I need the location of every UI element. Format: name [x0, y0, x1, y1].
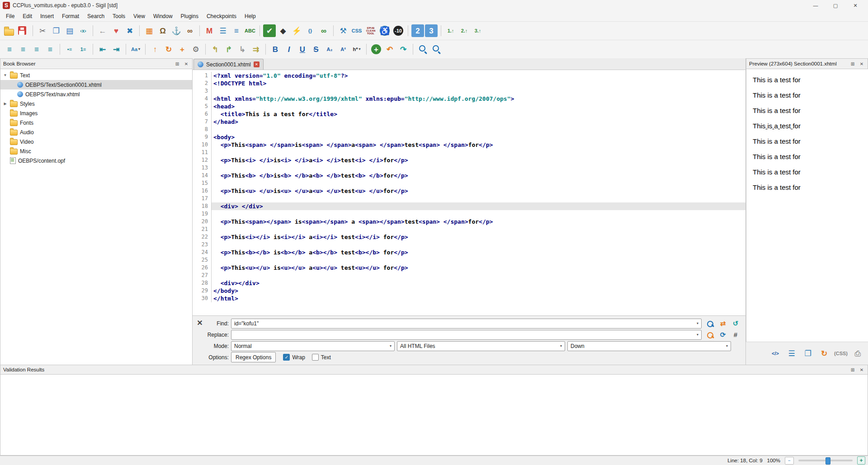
tree-item[interactable]: OEBPS/Text/Section0001.xhtml: [0, 80, 192, 89]
code-line[interactable]: 15: [193, 179, 745, 187]
replace-next-button[interactable]: [704, 330, 716, 340]
minimize-button[interactable]: —: [806, 0, 826, 10]
menu-window[interactable]: Window: [149, 12, 177, 21]
code-line[interactable]: 21: [193, 225, 745, 233]
text-checkbox[interactable]: [312, 354, 319, 361]
wrap-checkbox[interactable]: ✓: [283, 354, 290, 361]
code-line[interactable]: 23: [193, 241, 745, 249]
code-line[interactable]: 17: [193, 195, 745, 202]
select-all-button[interactable]: ☰: [785, 347, 798, 360]
code-line[interactable]: 19: [193, 210, 745, 218]
split-section-button[interactable]: ↰: [209, 43, 222, 56]
index-editor-button[interactable]: ≡: [230, 24, 243, 37]
join-section-button[interactable]: ↳: [236, 43, 249, 56]
zoom-magnifier-button[interactable]: [430, 43, 443, 56]
menu-view[interactable]: View: [129, 12, 149, 21]
plugin-m-button[interactable]: M: [203, 24, 216, 37]
insert-image-button[interactable]: ▦: [143, 24, 156, 37]
menu-help[interactable]: Help: [241, 12, 260, 21]
code-line[interactable]: 22 <p>This<i></i> is<i></i> a<i></i> tes…: [193, 233, 745, 241]
tree-item[interactable]: Audio: [0, 127, 192, 137]
heading-button[interactable]: h*▾: [350, 43, 363, 56]
validation-close-button[interactable]: ✕: [859, 366, 865, 373]
code-line[interactable]: 4<html xmlns="http://www.w3.org/1999/xht…: [193, 95, 745, 103]
italic-button[interactable]: I: [283, 43, 295, 56]
tools-wrench-button[interactable]: ⚒: [337, 24, 349, 37]
align-justify-button[interactable]: ≡: [44, 43, 57, 56]
code-editor[interactable]: 1<?xml version="1.0" encoding="utf-8"?>2…: [193, 70, 745, 315]
menu-edit[interactable]: Edit: [19, 12, 36, 21]
redo-button[interactable]: ↷: [397, 43, 410, 56]
zoom-out-button[interactable]: −: [785, 457, 794, 465]
css-braces-button[interactable]: {}: [304, 24, 316, 37]
menu-tools[interactable]: Tools: [108, 12, 129, 21]
expander-icon[interactable]: ▶: [3, 102, 8, 106]
refresh-preview-button[interactable]: ↻: [818, 347, 830, 360]
code-line[interactable]: 24 <p>This<b></b> is<b></b> a<b></b> tes…: [193, 249, 745, 256]
bullet-list-button[interactable]: •≡: [63, 43, 76, 56]
underline-button[interactable]: U: [296, 43, 309, 56]
strike-button[interactable]: S: [310, 43, 322, 56]
inspect-button[interactable]: </>: [769, 347, 782, 360]
zoom-in-button[interactable]: +: [857, 456, 865, 465]
code-line[interactable]: 1<?xml version="1.0" encoding="utf-8"?>: [193, 72, 745, 80]
tab-close-icon[interactable]: ✕: [254, 61, 259, 67]
chevron-down-icon[interactable]: ▾: [694, 321, 698, 325]
tree-item[interactable]: Images: [0, 108, 192, 118]
code-line[interactable]: 18 <div> </div>: [193, 202, 745, 210]
replace-all-button[interactable]: ⟳: [717, 330, 729, 340]
code-line[interactable]: 6 <title>This is a test for</title>: [193, 110, 745, 118]
code-line[interactable]: 29</body>: [193, 287, 745, 295]
css-validate-button[interactable]: CSS: [350, 24, 363, 37]
print-button[interactable]: ⎙: [851, 347, 864, 360]
mend-code-button[interactable]: ‹x›: [77, 24, 90, 37]
count-all-button[interactable]: ⇄: [717, 319, 729, 329]
code-line[interactable]: 28 <div></div>: [193, 279, 745, 287]
code-line[interactable]: 27: [193, 272, 745, 279]
validate-epub-button[interactable]: ◆: [277, 24, 289, 37]
find-close-icon[interactable]: ✕: [194, 318, 205, 363]
wrap-checkbox-label[interactable]: Wrap: [292, 354, 305, 361]
validation-float-button[interactable]: ⊞: [849, 366, 856, 373]
direction-select[interactable]: Down ▾: [567, 341, 731, 351]
flightcrew-button[interactable]: ⚡: [290, 24, 303, 37]
superscript-button[interactable]: A²: [337, 43, 349, 56]
align-left-button[interactable]: ≡: [3, 43, 16, 56]
save-button[interactable]: [17, 24, 29, 37]
files-select[interactable]: All HTML Files ▾: [397, 341, 565, 351]
tree-item[interactable]: Fonts: [0, 118, 192, 127]
outdent-button[interactable]: ⇤: [96, 43, 109, 56]
casing-button[interactable]: Aa▾: [129, 43, 142, 56]
code-line[interactable]: 7</head>: [193, 118, 745, 126]
goggles-button[interactable]: ∞: [317, 24, 330, 37]
code-line[interactable]: 5<head>: [193, 103, 745, 110]
special-character-button[interactable]: Ω: [156, 24, 169, 37]
preview-float-button[interactable]: ⊞: [849, 61, 856, 67]
insert-link-button[interactable]: ∞: [184, 24, 196, 37]
code-line[interactable]: 26 <p>This<u></u> is<u></u> a<u></u> tes…: [193, 264, 745, 272]
subscript-button[interactable]: A₂: [323, 43, 336, 56]
accessibility-button[interactable]: ♿: [380, 26, 390, 36]
menu-file[interactable]: File: [2, 12, 19, 21]
tree-item[interactable]: ▶Styles: [0, 99, 192, 108]
tree-item[interactable]: Video: [0, 137, 192, 146]
code-line[interactable]: 8: [193, 126, 745, 133]
merge-section-button[interactable]: ↱: [222, 43, 235, 56]
book-browser-float-button[interactable]: ⊞: [174, 61, 180, 67]
mode-select[interactable]: Normal ▾: [231, 341, 395, 351]
chevron-down-icon[interactable]: ▾: [694, 333, 698, 337]
align-center-button[interactable]: ≡: [17, 43, 29, 56]
code-line[interactable]: 11: [193, 149, 745, 156]
zoom-slider-handle[interactable]: [826, 457, 830, 465]
donate-heart-button[interactable]: ♥: [110, 24, 123, 37]
bold-button[interactable]: B: [269, 43, 282, 56]
epub-clean-tool-button[interactable]: EPUB CLEAN TOOL: [364, 24, 377, 37]
zoom-slider[interactable]: [798, 460, 853, 461]
wellformed-check-button[interactable]: ✔: [263, 24, 276, 37]
preview-close-button[interactable]: ✕: [859, 61, 865, 67]
menu-checkpoints[interactable]: Checkpoints: [203, 12, 241, 21]
book-browser-close-button[interactable]: ✕: [183, 61, 189, 67]
code-line[interactable]: 3: [193, 87, 745, 95]
menu-insert[interactable]: Insert: [36, 12, 58, 21]
marked-text-button[interactable]: #: [730, 330, 741, 340]
